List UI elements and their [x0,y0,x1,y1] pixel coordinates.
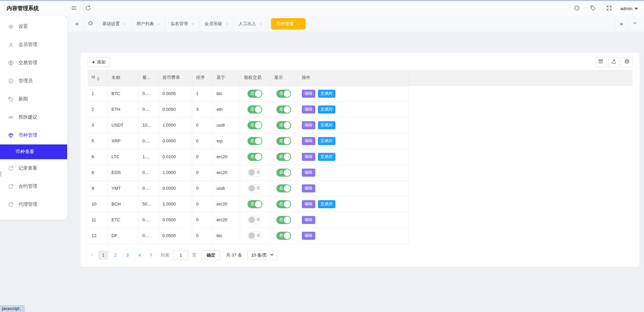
pair-button[interactable]: 交易对 [318,105,335,114]
pair-button[interactable]: 交易对 [318,137,335,145]
card-toolbar: + 添加 [88,53,633,70]
show-switch[interactable]: 是 [276,169,291,177]
sidebar-item-6[interactable]: 投拆建议 [0,108,67,126]
option-trade-switch[interactable]: 否 [248,169,262,177]
fullscreen-button[interactable] [601,1,617,16]
sort-icon[interactable] [97,77,100,81]
theme-button[interactable] [569,1,585,16]
edit-button[interactable]: 编辑 [302,105,315,114]
cell-name: USDT [107,117,138,133]
option-trade-switch[interactable]: 是 [248,90,262,98]
sidebar-item-7[interactable]: 币种管理 [0,126,67,144]
sidebar-item-5[interactable]: 新闻 [0,90,67,108]
sidebar-item-2[interactable]: 会员管理 [0,36,67,54]
page-number-2[interactable]: 2 [110,251,120,260]
tab-3[interactable]: 实名管理× [165,16,200,32]
option-trade-switch[interactable]: 是 [248,121,262,129]
page-number-3[interactable]: 3 [122,251,132,260]
add-button[interactable]: + 添加 [88,57,110,67]
edit-button[interactable]: 编辑 [302,200,315,208]
print-button[interactable] [621,57,633,67]
pair-button[interactable]: 交易对 [318,121,335,129]
collapse-sidebar-button[interactable] [67,1,81,16]
cell-sort: 0 [192,212,212,228]
tab-options-button[interactable] [628,16,641,32]
close-tab-icon[interactable]: × [260,21,262,27]
sidebar-scrollbar-thumb[interactable] [0,171,2,177]
tab-1[interactable]: 基础设置× [97,16,131,32]
option-trade-switch[interactable]: 否 [248,216,262,224]
cell-fee: 1.0000 [158,117,192,133]
refresh-button[interactable] [81,1,95,16]
user-menu[interactable]: admin [621,6,638,11]
scroll-tabs-right-button[interactable]: » [614,16,628,32]
cell-id: 3 [88,117,107,133]
option-trade-switch[interactable]: 是 [248,137,262,145]
edit-button[interactable]: 编辑 [302,232,315,240]
edit-button[interactable]: 编辑 [302,153,315,161]
page-size-select[interactable]: 10 条/页 [248,250,278,260]
show-switch[interactable]: 是 [276,232,291,240]
edit-button[interactable]: 编辑 [302,184,315,192]
pair-button[interactable]: 交易对 [318,153,335,161]
show-switch[interactable]: 是 [276,121,291,129]
tab-5[interactable]: 人工出入× [233,16,268,32]
confirm-button[interactable]: 确定 [202,250,220,260]
edit-button[interactable]: 编辑 [302,121,315,129]
home-tab-button[interactable] [84,16,97,32]
edit-button[interactable]: 编辑 [302,169,315,177]
pair-button[interactable]: 交易对 [318,90,335,98]
columns-toggle-button[interactable] [595,57,606,67]
edit-button[interactable]: 编辑 [302,137,315,145]
tab-6[interactable]: 币种查看× [271,18,306,30]
tag-icon [590,5,596,12]
sidebar-item-4[interactable]: 管理员 [0,72,67,90]
sidebar-item-10[interactable]: 代理管理 [0,195,67,214]
show-switch[interactable]: 是 [276,137,291,145]
option-trade-switch[interactable]: 是 [248,153,262,161]
show-switch[interactable]: 是 [276,184,291,192]
option-trade-switch[interactable]: 否 [248,184,262,192]
pair-button[interactable]: 交易对 [318,200,335,208]
show-switch[interactable]: 是 [276,200,291,208]
close-tab-icon[interactable]: × [192,21,194,27]
goto-page-input[interactable] [173,250,188,260]
switch-knob [284,90,290,97]
column-header-id[interactable]: id [88,70,107,86]
next-page-button[interactable] [147,251,155,260]
print-icon [624,59,630,65]
tags-button[interactable] [585,1,601,16]
page-number-4[interactable]: 4 [135,251,145,260]
show-switch[interactable]: 是 [276,216,291,224]
sidebar-item-9[interactable]: 合约管理 [0,177,67,195]
option-trade-switch[interactable]: 否 [248,232,262,240]
option-trade-switch[interactable]: 是 [248,200,262,208]
sidebar-subitem[interactable]: 币种查看 [0,144,67,159]
cell-name: LTC [107,149,138,165]
table-header-row: id名称最...提币费率排序基于期权交易显示操作 [88,70,409,86]
close-tab-icon[interactable]: × [123,21,126,27]
show-switch[interactable]: 是 [276,90,291,98]
prev-page-button[interactable] [88,251,96,260]
scroll-tabs-left-button[interactable]: « [70,16,84,32]
edit-button[interactable]: 编辑 [302,90,315,98]
cell-actions: 编辑交易对 [298,196,409,212]
option-trade-switch[interactable]: 是 [248,105,262,114]
page-number-1[interactable]: 1 [98,251,108,260]
show-switch[interactable]: 是 [276,105,291,114]
sidebar-item-8[interactable]: 记录查看 [0,159,67,177]
close-tab-icon[interactable]: × [226,21,228,27]
switch-label: 是 [250,122,254,128]
tab-2[interactable]: 用户列表× [131,16,166,32]
tab-4[interactable]: 会员等级× [200,16,234,32]
cell-id: 9 [88,180,107,196]
export-button[interactable] [608,57,620,67]
sidebar-item-3[interactable]: 交易管理 [0,54,67,72]
tabs-list: 基础设置×用户列表×实名管理×会员等级×人工出入×币种查看× [97,16,309,32]
show-switch[interactable]: 是 [276,153,291,161]
edit-button[interactable]: 编辑 [302,216,315,224]
close-tab-icon[interactable]: × [158,21,160,27]
close-tab-icon[interactable]: × [298,21,300,27]
cell-fee: 0.0000 [158,180,192,196]
sidebar-item-1[interactable]: 设置 [0,17,67,36]
